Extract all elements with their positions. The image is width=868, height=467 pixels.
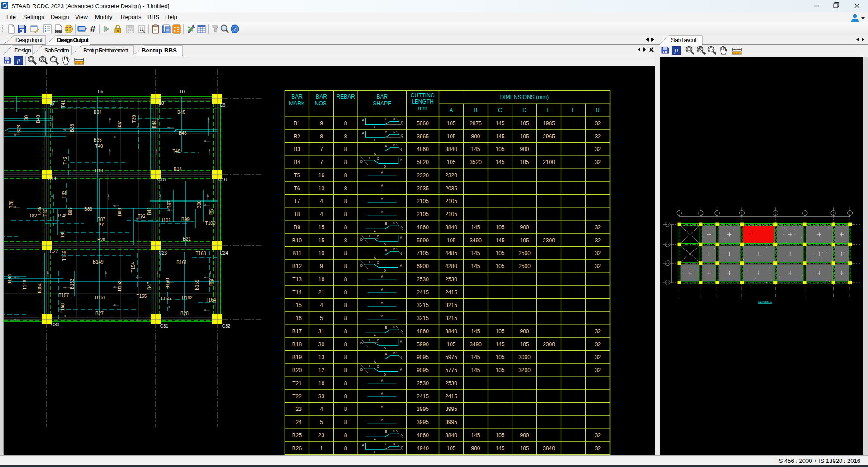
svg-text:8: 8 — [344, 159, 347, 165]
svg-text:T14: T14 — [292, 289, 302, 296]
svg-text:8: 8 — [344, 211, 347, 217]
svg-text:C14: C14 — [48, 176, 57, 181]
svg-text:A: A — [400, 264, 402, 267]
svg-text:T21: T21 — [292, 380, 302, 387]
svg-text:A: A — [381, 418, 383, 421]
svg-text:10: 10 — [318, 250, 325, 256]
svg-text:2035: 2035 — [445, 185, 457, 192]
svg-text:8: 8 — [344, 367, 347, 373]
svg-text:32: 32 — [595, 432, 601, 439]
svg-text:8: 8 — [344, 341, 347, 348]
svg-text:32: 32 — [595, 354, 601, 360]
svg-text:D: D — [384, 269, 386, 272]
svg-text:B87: B87 — [97, 217, 105, 222]
svg-text:C: C — [377, 339, 379, 342]
svg-text:2530: 2530 — [445, 276, 457, 283]
svg-text:900: 900 — [471, 445, 480, 452]
svg-text:F: F — [374, 138, 375, 142]
svg-text:B4: B4 — [294, 159, 300, 165]
svg-text:C32: C32 — [222, 324, 231, 329]
svg-text:105: 105 — [520, 133, 529, 140]
svg-text:145: 145 — [495, 445, 504, 452]
svg-text:2105: 2105 — [445, 198, 457, 204]
svg-text:D: D — [393, 222, 395, 225]
svg-text:5990: 5990 — [417, 341, 429, 348]
svg-text:4485: 4485 — [445, 250, 457, 256]
svg-text:B50: B50 — [209, 278, 214, 286]
svg-text:R: R — [596, 107, 600, 113]
svg-text:A: A — [374, 438, 376, 441]
svg-text:2300: 2300 — [543, 341, 555, 348]
svg-text:2500: 2500 — [518, 250, 531, 256]
svg-text:A: A — [400, 236, 402, 239]
svg-text:A: A — [381, 314, 383, 317]
svg-text:D: D — [360, 160, 363, 163]
svg-text:800: 800 — [471, 133, 480, 140]
svg-text:8: 8 — [320, 133, 323, 140]
svg-text:C: C — [401, 329, 403, 332]
svg-text:B25: B25 — [292, 432, 302, 439]
svg-text:A: A — [381, 301, 383, 304]
svg-text:Design: Design — [14, 47, 31, 54]
svg-text:BAR: BAR — [316, 94, 327, 100]
svg-text:4860: 4860 — [417, 224, 429, 231]
svg-text:A: A — [362, 443, 364, 447]
svg-text:#: # — [90, 24, 95, 34]
svg-text:T95: T95 — [60, 230, 65, 238]
svg-text:D: D — [360, 238, 363, 241]
svg-text:?: ? — [233, 26, 237, 33]
svg-text:8: 8 — [344, 354, 347, 360]
svg-text:D: D — [384, 243, 386, 246]
svg-text:CUTTING: CUTTING — [411, 92, 435, 99]
svg-text:B28: B28 — [16, 125, 21, 133]
svg-text:2105: 2105 — [417, 198, 429, 204]
svg-text:3215: 3215 — [445, 315, 457, 321]
svg-text:B: B — [385, 248, 387, 251]
svg-text:A: A — [449, 107, 453, 113]
svg-text:3995: 3995 — [445, 406, 457, 412]
svg-text:B27: B27 — [95, 311, 104, 316]
svg-text:B46: B46 — [179, 131, 187, 136]
svg-text:A: A — [381, 171, 383, 174]
svg-text:T16: T16 — [292, 315, 302, 321]
svg-text:B20: B20 — [97, 237, 105, 242]
svg-text:Bentup Reinforcement: Bentup Reinforcement — [83, 47, 128, 54]
svg-text:T146: T146 — [22, 279, 27, 290]
svg-text:Slab Layout: Slab Layout — [671, 37, 696, 43]
svg-text:D: D — [393, 325, 395, 329]
svg-text:BAR: BAR — [376, 94, 388, 100]
svg-text:4: 4 — [320, 198, 323, 204]
svg-text:2300: 2300 — [543, 237, 555, 244]
svg-text:7: 7 — [320, 146, 323, 152]
svg-text:C24: C24 — [220, 250, 228, 255]
svg-text:T22: T22 — [292, 393, 302, 400]
svg-text:D: D — [393, 144, 395, 147]
svg-text:D: D — [360, 342, 363, 345]
svg-text:D: D — [522, 107, 526, 113]
svg-text:T39: T39 — [132, 115, 137, 123]
svg-text:32: 32 — [595, 120, 601, 127]
svg-text:D: D — [384, 347, 386, 350]
svg-text:B47: B47 — [147, 282, 152, 290]
svg-text:6900: 6900 — [417, 263, 429, 269]
svg-text:T8: T8 — [294, 211, 300, 217]
svg-text:9095: 9095 — [417, 354, 429, 360]
svg-text:B159: B159 — [194, 279, 199, 290]
svg-text:F: F — [369, 260, 370, 264]
svg-text:B144: B144 — [7, 274, 12, 285]
svg-text:3215: 3215 — [445, 302, 457, 308]
svg-text:I30: I30 — [24, 115, 29, 122]
svg-text:B35: B35 — [94, 137, 102, 142]
svg-text:B51: B51 — [209, 207, 214, 215]
svg-text:900: 900 — [520, 328, 529, 335]
svg-text:16: 16 — [318, 276, 325, 283]
svg-text:U45: U45 — [37, 206, 42, 215]
svg-text:C: C — [401, 251, 403, 255]
svg-text:C7: C7 — [49, 101, 55, 106]
svg-text:LENGTH: LENGTH — [412, 99, 434, 105]
svg-text:2105: 2105 — [445, 211, 457, 217]
svg-text:8: 8 — [344, 380, 347, 387]
svg-text:T40: T40 — [95, 144, 103, 149]
svg-text:B: B — [385, 326, 387, 329]
svg-text:C: C — [401, 147, 403, 151]
